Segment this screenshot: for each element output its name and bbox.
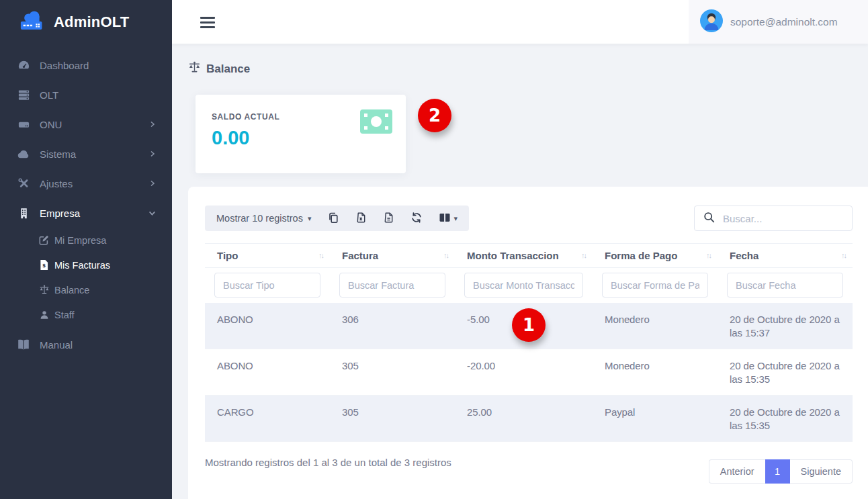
cell-tipo: CARGO <box>205 396 330 442</box>
tools-icon <box>16 177 31 190</box>
user-icon <box>38 310 50 320</box>
cell-forma-de-pago: Paypal <box>593 396 718 442</box>
pagination-previous-button[interactable]: Anterior <box>709 459 765 484</box>
sort-icon: ↑↓ <box>841 251 846 259</box>
caret-down-icon: ▾ <box>453 215 458 222</box>
cell-fecha: 20 de Octubre de 2020 a las 15:35 <box>718 396 853 442</box>
menu-toggle-button[interactable] <box>200 17 215 28</box>
sidebar-subitem-label: Mi Empresa <box>54 235 106 246</box>
cell-factura: 306 <box>330 303 455 349</box>
table-panel: Mostrar 10 registros ▾ <box>188 187 868 499</box>
sidebar-item-label: Empresa <box>40 208 80 219</box>
pagination: Anterior 1 Siguiente <box>709 459 853 484</box>
cloud-icon <box>16 148 31 161</box>
cell-fecha: 20 de Octubre de 2020 a las 15:35 <box>718 349 853 396</box>
main-content: Balance SALDO ACTUAL 0.00 2 1 Mostrar 10… <box>172 44 868 499</box>
filter-forma-de-pago-input[interactable] <box>602 273 708 298</box>
edit-icon <box>38 235 50 245</box>
sidebar: AdminOLT Dashboard OLT ONU <box>0 0 172 499</box>
sidebar-item-ajustes[interactable]: Ajustes <box>0 169 172 198</box>
device-icon <box>16 118 31 131</box>
table-header-row: ↑↓Tipo ↑↓Factura ↑↓Monto Transaccion ↑↓F… <box>205 244 853 268</box>
column-header-monto[interactable]: ↑↓Monto Transaccion <box>455 244 593 268</box>
brand-logo-icon <box>19 9 48 34</box>
sort-icon: ↑↓ <box>706 251 711 259</box>
empresa-submenu: Mi Empresa $ Mis Facturas Balance <box>0 228 172 330</box>
chevron-right-icon <box>149 121 156 128</box>
table-toolbar: Mostrar 10 registros ▾ <box>205 206 853 231</box>
table-footer: Mostrando registros del 1 al 3 de un tot… <box>205 442 853 484</box>
filter-tipo-input[interactable] <box>214 273 320 298</box>
chevron-right-icon <box>149 150 156 157</box>
search-icon <box>703 212 715 226</box>
sidebar-item-empresa[interactable]: Empresa <box>0 198 172 228</box>
sort-icon: ↑↓ <box>581 251 586 259</box>
sort-icon: ↑↓ <box>443 251 448 259</box>
column-header-tipo[interactable]: ↑↓Tipo <box>205 244 330 268</box>
column-header-fecha[interactable]: ↑↓Fecha <box>718 244 853 268</box>
sidebar-subitem-mi-empresa[interactable]: Mi Empresa <box>0 228 172 253</box>
money-bill-icon <box>360 109 392 134</box>
page-title-text: Balance <box>206 62 250 76</box>
sidebar-nav: Dashboard OLT ONU <box>0 44 172 359</box>
brand[interactable]: AdminOLT <box>0 0 172 44</box>
column-header-factura[interactable]: ↑↓Factura <box>330 244 455 268</box>
sidebar-subitem-balance[interactable]: Balance <box>0 277 172 302</box>
scales-icon <box>38 285 50 295</box>
gauge-icon <box>16 59 31 72</box>
export-excel-button[interactable] <box>355 212 367 226</box>
hamburger-icon <box>200 17 215 19</box>
user-email: soporte@adminolt.com <box>730 16 838 28</box>
sidebar-subitem-mis-facturas[interactable]: $ Mis Facturas <box>0 253 172 277</box>
building-icon <box>16 207 31 220</box>
cell-factura: 305 <box>330 349 455 396</box>
cell-monto: 25.00 <box>455 396 593 442</box>
filter-factura-input[interactable] <box>339 273 445 298</box>
table-row[interactable]: ABONO 305 -20.00 Monedero 20 de Octubre … <box>205 349 853 396</box>
invoice-icon: $ <box>38 260 50 270</box>
table-info: Mostrando registros del 1 al 3 de un tot… <box>205 457 451 468</box>
copy-icon <box>327 212 339 226</box>
filter-monto-input[interactable] <box>464 273 583 298</box>
scales-icon <box>188 61 201 77</box>
sidebar-subitem-label: Staff <box>54 310 75 320</box>
refresh-icon <box>410 212 423 226</box>
cell-tipo: ABONO <box>205 303 330 349</box>
export-file-button[interactable] <box>383 212 394 226</box>
page-length-select[interactable]: Mostrar 10 registros ▾ <box>216 213 311 224</box>
column-header-forma-de-pago[interactable]: ↑↓Forma de Pago <box>593 244 718 268</box>
pagination-next-button[interactable]: Siguiente <box>790 459 853 484</box>
caret-down-icon: ▾ <box>308 215 312 222</box>
table-row[interactable]: CARGO 305 25.00 Paypal 20 de Octubre de … <box>205 396 853 442</box>
table-filter-row <box>205 268 853 304</box>
balance-table: ↑↓Tipo ↑↓Factura ↑↓Monto Transaccion ↑↓F… <box>205 243 853 442</box>
search-input[interactable] <box>722 212 843 225</box>
table-search <box>694 206 853 231</box>
sidebar-item-manual[interactable]: Manual <box>0 330 172 359</box>
step-badge-2: 2 <box>418 99 451 132</box>
sidebar-subitem-staff[interactable]: Staff <box>0 302 172 327</box>
refresh-button[interactable] <box>410 212 423 226</box>
step-badge-1: 1 <box>512 308 546 342</box>
sidebar-item-label: OLT <box>40 89 58 101</box>
pagination-page-1-button[interactable]: 1 <box>765 459 790 484</box>
sidebar-item-onu[interactable]: ONU <box>0 109 172 139</box>
column-visibility-icon <box>439 212 451 225</box>
svg-text:$: $ <box>42 263 46 269</box>
app-root: AdminOLT Dashboard OLT ONU <box>0 0 868 499</box>
page-title: Balance <box>188 61 250 77</box>
sidebar-item-olt[interactable]: OLT <box>0 80 172 109</box>
export-file-icon <box>383 212 394 226</box>
sidebar-item-dashboard[interactable]: Dashboard <box>0 50 172 80</box>
column-visibility-button[interactable]: ▾ <box>439 212 458 225</box>
sidebar-item-label: Manual <box>40 339 73 351</box>
filter-fecha-input[interactable] <box>727 273 843 298</box>
cell-tipo: ABONO <box>205 349 330 396</box>
balance-card: SALDO ACTUAL 0.00 <box>196 95 406 173</box>
topbar: soporte@adminolt.com <box>172 0 868 44</box>
copy-button[interactable] <box>327 212 339 226</box>
sidebar-item-sistema[interactable]: Sistema <box>0 139 172 169</box>
avatar <box>700 9 723 35</box>
export-excel-icon <box>355 212 367 226</box>
user-menu[interactable]: soporte@adminolt.com <box>689 0 868 44</box>
